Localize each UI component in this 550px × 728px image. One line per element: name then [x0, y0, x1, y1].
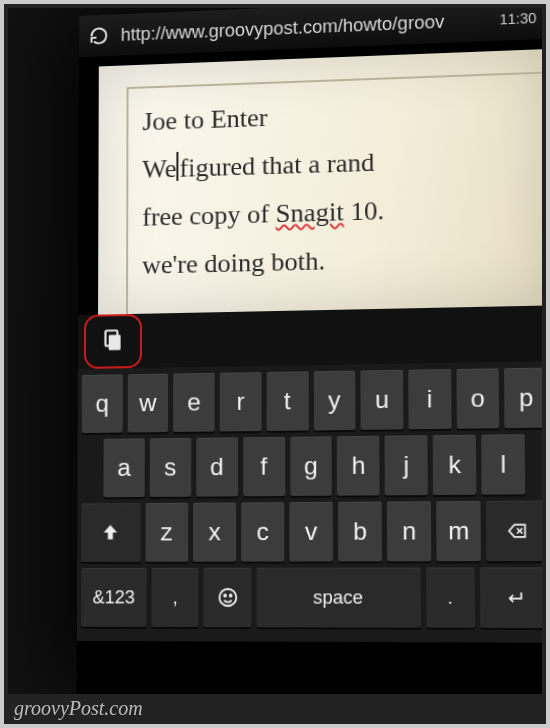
symbols-key[interactable]: &123	[81, 568, 147, 627]
key-f[interactable]: f	[243, 437, 285, 496]
editor-text: 10.	[344, 196, 384, 227]
key-d[interactable]: d	[196, 437, 238, 496]
key-w[interactable]: w	[127, 374, 168, 433]
svg-rect-1	[109, 335, 121, 350]
comma-key[interactable]: ,	[151, 568, 198, 627]
editor-text: Joe to Enter	[142, 103, 267, 136]
keyboard-row-4: &123 , space .	[81, 567, 542, 628]
key-x[interactable]: x	[193, 502, 236, 561]
key-u[interactable]: u	[361, 370, 404, 430]
web-page[interactable]: Joe to Enter Wefigured that a rand free …	[98, 49, 542, 315]
key-v[interactable]: v	[289, 502, 333, 562]
period-key[interactable]: .	[426, 567, 475, 627]
svg-point-3	[224, 595, 226, 597]
key-m[interactable]: m	[436, 501, 481, 561]
text-cursor	[176, 152, 178, 181]
key-k[interactable]: k	[433, 435, 476, 495]
key-a[interactable]: a	[103, 438, 144, 497]
backspace-key[interactable]	[486, 500, 542, 561]
spelling-error: Snagit	[276, 197, 344, 228]
enter-key[interactable]	[480, 567, 542, 628]
space-key[interactable]: space	[256, 567, 420, 627]
refresh-icon[interactable]	[87, 24, 111, 49]
key-g[interactable]: g	[290, 436, 332, 496]
watermark: groovyPost.com	[14, 697, 143, 720]
editor-text: figured that a rand	[179, 148, 374, 183]
keyboard-row-2: asdfghjkl	[81, 434, 542, 497]
emoji-key[interactable]	[204, 568, 252, 627]
key-c[interactable]: c	[241, 502, 284, 561]
text-editor[interactable]: Joe to Enter Wefigured that a rand free …	[126, 71, 542, 314]
key-h[interactable]: h	[337, 436, 380, 496]
svg-point-4	[229, 595, 231, 597]
address-bar: http://www.groovypost.com/howto/groov 11…	[79, 8, 542, 57]
key-y[interactable]: y	[313, 371, 355, 431]
key-p[interactable]: p	[504, 368, 542, 429]
key-n[interactable]: n	[387, 501, 431, 561]
key-s[interactable]: s	[150, 438, 191, 497]
key-j[interactable]: j	[385, 435, 428, 495]
on-screen-keyboard: qwertyuiop asdfghjkl zxcvbnm &123 ,	[77, 361, 542, 642]
keyboard-row-3: zxcvbnm	[81, 500, 542, 561]
key-b[interactable]: b	[338, 502, 382, 562]
keyboard-row-1: qwertyuiop	[82, 368, 542, 434]
svg-point-2	[219, 589, 236, 606]
editor-text: We	[142, 154, 176, 184]
key-q[interactable]: q	[82, 374, 123, 433]
clock: 11:30	[499, 10, 540, 28]
key-o[interactable]: o	[456, 368, 499, 428]
key-l[interactable]: l	[481, 434, 525, 495]
phone-screen: http://www.groovypost.com/howto/groov 11…	[77, 8, 542, 694]
editor-text: we're doing both.	[142, 246, 325, 280]
shift-key[interactable]	[81, 503, 140, 562]
key-r[interactable]: r	[220, 372, 262, 431]
suggestion-bar	[78, 305, 542, 369]
paste-icon[interactable]	[90, 320, 134, 361]
url-field[interactable]: http://www.groovypost.com/howto/groov	[121, 9, 489, 45]
key-z[interactable]: z	[145, 503, 188, 562]
key-t[interactable]: t	[266, 371, 308, 431]
editor-text: free copy of	[142, 199, 276, 232]
key-i[interactable]: i	[408, 369, 451, 429]
key-e[interactable]: e	[173, 373, 214, 432]
